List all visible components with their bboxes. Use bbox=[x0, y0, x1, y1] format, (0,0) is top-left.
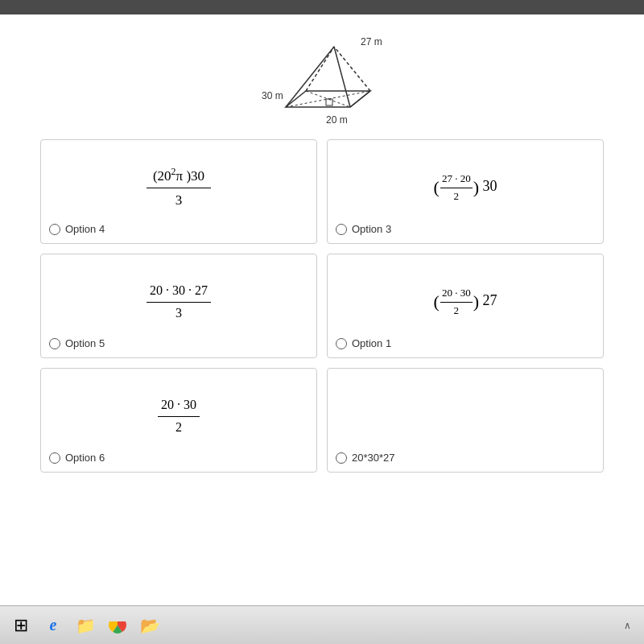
option-label-6[interactable]: Option 6 bbox=[49, 452, 105, 464]
formula-4: (202π )30 3 bbox=[147, 165, 211, 210]
pyramid-diagram: 27 m 30 m 20 m bbox=[242, 31, 402, 127]
radio-3[interactable] bbox=[336, 224, 347, 235]
radio-4[interactable] bbox=[49, 224, 60, 235]
option-card-5[interactable]: 20 · 30 · 27 3 Option 5 bbox=[40, 254, 317, 358]
option-label-4[interactable]: Option 4 bbox=[49, 223, 105, 235]
chrome-icon bbox=[108, 616, 127, 635]
ie-button[interactable]: e bbox=[39, 611, 68, 640]
option-label-7[interactable]: 20*30*27 bbox=[336, 452, 395, 464]
svg-text:27 m: 27 m bbox=[361, 36, 382, 47]
radio-5[interactable] bbox=[49, 338, 60, 349]
svg-line-5 bbox=[350, 91, 370, 107]
option-card-4[interactable]: (202π )30 3 Option 4 bbox=[40, 139, 317, 244]
system-tray-chevron[interactable]: ∧ bbox=[624, 620, 631, 631]
windows-button[interactable]: ⊞ bbox=[6, 611, 35, 640]
taskbar: ⊞ e 📁 📂 ∧ bbox=[0, 605, 644, 644]
svg-text:30 m: 30 m bbox=[262, 90, 283, 101]
chrome-button[interactable] bbox=[103, 611, 132, 640]
option-card-3[interactable]: ( 27 · 20 2 ) 30 Option 3 bbox=[327, 139, 604, 244]
option-label-1[interactable]: Option 1 bbox=[336, 337, 391, 349]
svg-line-3 bbox=[306, 47, 334, 91]
svg-line-1 bbox=[286, 47, 334, 107]
option-card-7[interactable]: 20*30*27 bbox=[327, 368, 604, 473]
formula-5: 20 · 30 · 27 3 bbox=[145, 282, 213, 322]
option-label-3[interactable]: Option 3 bbox=[336, 223, 391, 235]
options-grid: (202π )30 3 Option 4 ( 27 · 20 2 ) 30 bbox=[16, 139, 628, 473]
top-bar bbox=[0, 0, 644, 14]
option-label-5[interactable]: Option 5 bbox=[49, 337, 105, 349]
diagram-area: 27 m 30 m 20 m bbox=[16, 23, 628, 139]
svg-text:20 m: 20 m bbox=[326, 114, 348, 126]
main-content: 27 m 30 m 20 m (202π )30 3 Option 4 ( 27… bbox=[0, 14, 644, 644]
option-card-6[interactable]: 20 · 30 2 Option 6 bbox=[40, 368, 317, 473]
radio-6[interactable] bbox=[49, 452, 60, 464]
radio-1[interactable] bbox=[336, 338, 347, 349]
folder-button[interactable]: 📁 bbox=[71, 611, 100, 640]
folder-icon: 📁 bbox=[76, 616, 96, 635]
windows-icon: ⊞ bbox=[14, 615, 28, 636]
ie-icon: e bbox=[50, 616, 57, 634]
radio-7[interactable] bbox=[336, 452, 347, 464]
explorer-icon: 📂 bbox=[140, 616, 160, 635]
explorer-button[interactable]: 📂 bbox=[135, 611, 164, 640]
svg-rect-8 bbox=[326, 99, 332, 105]
option-card-1[interactable]: ( 20 · 30 2 ) 27 Option 1 bbox=[327, 254, 604, 358]
formula-1: ( 20 · 30 2 ) 27 bbox=[434, 286, 497, 317]
formula-3: ( 27 · 20 2 ) 30 bbox=[434, 171, 497, 203]
taskbar-right: ∧ bbox=[624, 620, 638, 631]
formula-6: 20 · 30 2 bbox=[156, 396, 201, 436]
